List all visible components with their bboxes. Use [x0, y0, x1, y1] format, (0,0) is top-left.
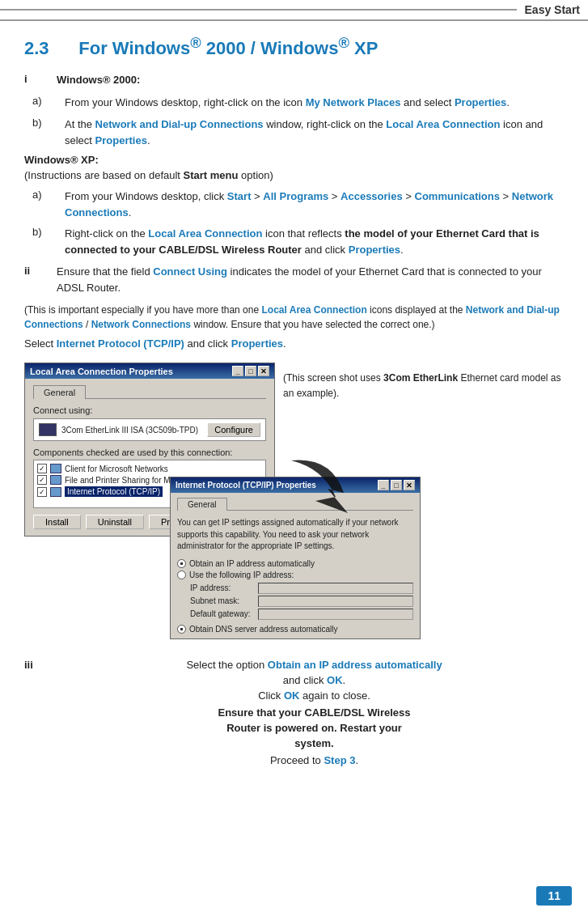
note-t4: window. Ensure that you have selected th…: [191, 319, 435, 330]
configure-btn[interactable]: Configure: [207, 422, 260, 437]
comp-name-1: Client for Microsoft Networks: [65, 464, 168, 473]
scr-note-t1: (This screen shot uses: [283, 372, 383, 384]
iii-line2: and click OK.: [65, 674, 564, 686]
xp-a-hl4: Communications: [415, 190, 500, 202]
iii-line3: Click OK again to close.: [65, 689, 564, 702]
comp-icon-1: [50, 464, 61, 473]
iii-t1: Select the option: [186, 659, 267, 671]
ip-input[interactable]: [258, 583, 413, 594]
arrow-svg: [283, 452, 356, 517]
dialog1-maximize-btn[interactable]: □: [245, 366, 256, 376]
note-box: (This is important especially if you hav…: [24, 303, 564, 333]
install-btn[interactable]: Install: [33, 515, 81, 529]
xp-a-t4: >: [403, 190, 415, 202]
part-xp-sub-list: a) From your Windows desktop, click Star…: [32, 189, 564, 259]
ip-fields: IP address: Subnet mask: Default gateway…: [190, 583, 413, 620]
header-line: [0, 9, 517, 11]
dialog1-close-btn[interactable]: ✕: [258, 366, 269, 376]
part-i-b-hl1: Network and Dial-up Connections: [95, 118, 264, 130]
part-i-sub-list: a) From your Windows desktop, right-clic…: [32, 95, 564, 148]
proceed-t2: .: [355, 754, 358, 766]
iii-t2: and click: [283, 674, 327, 686]
xp-b-t2: icon that reflects: [262, 227, 345, 240]
select-line: Select Internet Protocol (TCP/IP) and cl…: [24, 337, 564, 350]
header-title: Easy Start: [525, 3, 580, 16]
dialog2-maximize-btn[interactable]: □: [391, 480, 402, 490]
chk-2[interactable]: ✓: [37, 475, 47, 485]
part-ii-marker: ii: [24, 264, 57, 296]
dns-auto-label: Obtain DNS server address automatically: [189, 625, 337, 634]
dialog2-minimize-btn[interactable]: _: [378, 480, 389, 490]
win-xp-note: (Instructions are based on default Start…: [24, 168, 564, 184]
part-i-b-content: At the Network and Dial-up Connections w…: [65, 117, 564, 149]
nic-label: 3Com EtherLink III ISA (3C509b-TPD): [61, 426, 198, 435]
part-i-a-hl1: My Network Places: [306, 96, 401, 108]
sel-t2: and click: [184, 337, 231, 350]
part-i-a-marker: a): [32, 95, 65, 111]
page-number: 11: [536, 886, 572, 906]
gateway-input[interactable]: [258, 609, 413, 620]
part-i-a: a) From your Windows desktop, right-clic…: [32, 95, 564, 111]
iii-l2-hl: OK: [284, 689, 300, 702]
dialog1-titlebar: Local Area Connection Properties _ □ ✕: [25, 363, 274, 379]
part-i-row: i Windows® 2000:: [24, 72, 564, 88]
part-i-marker: i: [24, 72, 57, 88]
win-xp-bold: Start menu: [184, 169, 239, 181]
part-xp-a-marker: a): [32, 189, 65, 221]
part-i-b: b) At the Network and Dial-up Connection…: [32, 117, 564, 149]
section-heading: 2.3 For Windows® 2000 / Windows® XP: [24, 34, 564, 59]
part-xp-b: b) Right-click on the Local Area Connect…: [32, 226, 564, 258]
section-title2: 2000 / Windows: [201, 38, 339, 58]
note-t1: (This is important especially if you hav…: [24, 304, 261, 316]
part-iii-marker: iii: [24, 659, 65, 770]
dialog1-title: Local Area Connection Properties: [30, 367, 173, 376]
comp-icon-2: [50, 475, 61, 485]
part-xp-a: a) From your Windows desktop, click Star…: [32, 189, 564, 221]
dialog2-close-btn[interactable]: ✕: [404, 480, 415, 490]
main-content: 2.3 For Windows® 2000 / Windows® XP i Wi…: [0, 26, 588, 794]
iii-proceed: Proceed to Step 3.: [65, 754, 564, 766]
sel-hl1: Internet Protocol (TCP/IP): [57, 337, 184, 350]
xp-a-hl3: Accessories: [341, 190, 403, 202]
xp-a-hl1: Start: [227, 190, 252, 202]
part-i-b-hl3: Properties: [95, 134, 147, 146]
chk-1[interactable]: ✓: [37, 464, 47, 473]
xp-a-hl2: All Programs: [263, 190, 328, 202]
part-iii-content: Select the option Obtain an IP address a…: [65, 659, 564, 770]
iii-t3: .: [343, 674, 346, 686]
part-ii-content: Ensure that the field Connect Using indi…: [57, 264, 564, 296]
dialog2-titlebar-btns: _ □ ✕: [378, 480, 415, 490]
subnet-input[interactable]: [258, 596, 413, 607]
chk-3[interactable]: ✓: [37, 487, 47, 497]
ii-hl1: Connect Using: [153, 265, 227, 278]
part-xp-b-content: Right-click on the Local Area Connection…: [65, 226, 564, 258]
radio-auto-ip-btn[interactable]: [177, 559, 186, 568]
radio-manual-ip: Use the following IP address:: [177, 571, 413, 579]
part-xp-b-marker: b): [32, 226, 65, 258]
xp-a-t2: >: [251, 190, 263, 202]
subnet-row: Subnet mask:: [190, 596, 413, 607]
dialog2-tab[interactable]: General: [177, 498, 227, 511]
components-label: Components checked are used by this conn…: [33, 448, 266, 457]
dialog1-tab-general[interactable]: General: [33, 385, 86, 399]
iii-hl1: Obtain an IP address automatically: [268, 659, 442, 671]
part-ii-row: ii Ensure that the field Connect Using i…: [24, 264, 564, 296]
part-i-a-text1: From your Windows desktop, right-click o…: [65, 96, 306, 108]
dns-auto-radio[interactable]: [177, 625, 186, 634]
radio-auto-ip-label: Obtain an IP address automatically: [189, 559, 315, 568]
sel-t1: Select: [24, 337, 57, 350]
iii-hl2: OK: [327, 674, 343, 686]
part-i-a-text3: .: [506, 96, 510, 108]
part-iii-row: iii Select the option Obtain an IP addre…: [24, 659, 564, 770]
arrow-dialog2-area: Internet Protocol (TCP/IP) Properties _ …: [170, 477, 564, 639]
part-i-label: Windows® 2000:: [57, 72, 564, 88]
dialog1-minimize-btn[interactable]: _: [232, 366, 243, 376]
note-t3: /: [83, 319, 91, 330]
radio-manual-ip-btn[interactable]: [177, 571, 186, 579]
win-xp-label: Windows® XP:: [24, 154, 99, 166]
uninstall-btn[interactable]: Uninstall: [86, 515, 144, 529]
section-title3: XP: [349, 38, 378, 58]
win-xp-note-text: (Instructions are based on default: [24, 169, 184, 181]
dns-section: Obtain DNS server address automatically: [177, 625, 413, 634]
gateway-label: Default gateway:: [190, 609, 255, 618]
